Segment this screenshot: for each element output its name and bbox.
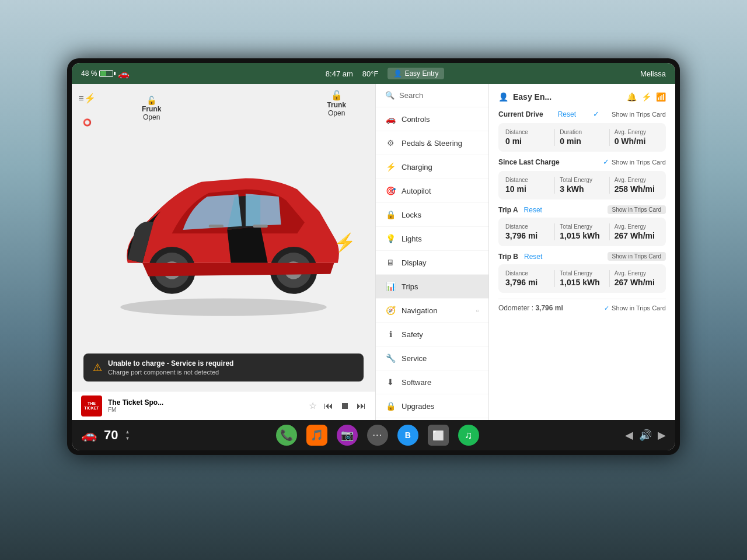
taskbar-audio-app[interactable]: 🎵 [306, 425, 327, 446]
trip-a-avg-label: Avg. Energy [615, 223, 659, 230]
next-track-icon[interactable]: ⏭ [357, 401, 366, 411]
main-content: ≡⚡ ⭕ 🔓 Frunk Open 🔓 Trunk [72, 84, 675, 420]
lights-icon: 💡 [385, 234, 396, 243]
trip-b-avg-value: 267 Wh/mi [615, 278, 659, 287]
easy-entry-button[interactable]: 👤 Easy Entry [388, 68, 444, 79]
trip-a-avg-energy: Avg. Energy 267 Wh/mi [615, 223, 659, 240]
menu-item-safety[interactable]: ℹ Safety [376, 323, 488, 346]
last-charge-stats: Distance 10 mi Total Energy 3 kWh Avg. E… [505, 177, 659, 194]
taskbar-bluetooth-app[interactable]: B [397, 425, 418, 446]
menu-item-charging[interactable]: ⚡ Charging [376, 155, 488, 179]
trip-b-reset[interactable]: Reset [522, 253, 544, 261]
header-icons: 🔔 ⚡ 📶 [627, 92, 666, 102]
menu-item-trips[interactable]: 📊 Trips [376, 275, 488, 299]
autopilot-label: Autopilot [402, 187, 431, 195]
trip-b-show-trips[interactable]: Show in Trips Card [608, 252, 666, 261]
menu-item-software[interactable]: ⬇ Software [376, 370, 488, 394]
menu-item-upgrades[interactable]: 🔒 Upgrades [376, 394, 488, 418]
divider2 [609, 129, 610, 146]
trips-icon: 📊 [385, 282, 396, 291]
speed-up-arrow[interactable]: ▲ [125, 429, 130, 435]
taskbar-car-icon[interactable]: 🚗 [81, 428, 97, 443]
trunk-label: Trunk [327, 101, 346, 109]
service-icon: 🔧 [385, 354, 396, 363]
last-charge-distance-value: 10 mi [505, 184, 550, 194]
music-info: The Ticket Spo... FM [108, 398, 303, 413]
locks-icon: 🔒 [385, 210, 396, 219]
volume-icon[interactable]: 🔊 [639, 429, 652, 442]
trip-b-label: Trip B [498, 253, 518, 261]
temperature: 80°F [362, 69, 379, 78]
taskbar-phone-app[interactable]: 📞 [276, 425, 297, 446]
taskbar-spotify-app[interactable]: ♫ [458, 425, 479, 446]
music-bar: THETICKET The Ticket Spo... FM ☆ ⏮ ⏹ ⏭ [72, 391, 375, 420]
odometer-check: ✓ [604, 304, 609, 312]
current-duration-label: Duration [560, 129, 604, 135]
trip-a-show-trips[interactable]: Show in Trips Card [608, 205, 666, 214]
trip-b-distance-label: Distance [505, 270, 550, 276]
menu-item-locks[interactable]: 🔒 Locks [376, 203, 488, 227]
current-duration: Duration 0 min [560, 129, 604, 146]
trip-b-distance-value: 3,796 mi [505, 278, 550, 287]
prev-track-icon[interactable]: ⏮ [324, 401, 333, 411]
svg-rect-9 [253, 225, 268, 228]
last-charge-energy-value: 3 kWh [560, 184, 604, 194]
menu-item-controls[interactable]: 🚗 Controls [376, 107, 488, 131]
divider8 [609, 270, 610, 287]
divider1 [554, 129, 555, 146]
screen: 48 % 🚗 8:47 am 80°F 👤 Easy Entry [72, 63, 675, 450]
last-charge-check: ✓ [603, 158, 609, 166]
trip-b-total-energy: Total Energy 1,015 kWh [560, 270, 604, 287]
trunk-icon: 🔓 [327, 90, 346, 101]
last-charge-show-trips: Show in Trips Card [612, 159, 666, 166]
trip-b-card: Distance 3,796 mi Total Energy 1,015 kWh… [498, 264, 666, 293]
last-charge-avg-energy: Avg. Energy 258 Wh/mi [615, 177, 659, 194]
favorite-icon[interactable]: ☆ [309, 400, 317, 411]
menu-item-display[interactable]: 🖥 Display [376, 251, 488, 275]
last-charge-title: Since Last Charge [498, 158, 560, 166]
taskbar-right-arrow[interactable]: ▶ [658, 429, 666, 442]
trip-b-stats: Distance 3,796 mi Total Energy 1,015 kWh… [505, 270, 659, 287]
taskbar-camera-app[interactable]: 📷 [337, 425, 358, 446]
warning-banner: ⚠ Unable to charge - Service is required… [83, 354, 364, 382]
menu-item-service[interactable]: 🔧 Service [376, 346, 488, 370]
trip-a-reset[interactable]: Reset [522, 206, 544, 214]
current-drive-title: Current Drive [498, 110, 543, 118]
current-avg-energy: Avg. Energy 0 Wh/mi [615, 129, 659, 146]
status-bar: 48 % 🚗 8:47 am 80°F 👤 Easy Entry [72, 63, 675, 84]
menu-item-autopilot[interactable]: 🎯 Autopilot [376, 179, 488, 203]
trip-b-avg-label: Avg. Energy [615, 270, 659, 276]
trip-a-energy-label: Total Energy [560, 223, 604, 230]
trip-a-energy-value: 1,015 kWh [560, 231, 604, 240]
music-controls[interactable]: ☆ ⏮ ⏹ ⏭ [309, 400, 366, 411]
menu-item-navigation[interactable]: 🧭 Navigation ○ [376, 299, 488, 323]
upgrades-icon: 🔒 [385, 401, 396, 411]
taskbar-more-app[interactable]: ··· [367, 425, 388, 446]
odometer-value: 3,796 mi [535, 304, 563, 312]
bell-icon[interactable]: 🔔 [627, 92, 637, 102]
bluetooth-header-icon[interactable]: ⚡ [641, 92, 651, 102]
current-distance: Distance 0 mi [505, 129, 550, 146]
speed-down-arrow[interactable]: ▼ [125, 436, 130, 441]
taskbar-left: 🚗 70 ▲ ▼ [81, 428, 130, 443]
stop-icon[interactable]: ⏹ [340, 401, 350, 411]
search-icon: 🔍 [385, 91, 395, 100]
music-type: FM [108, 407, 303, 413]
current-distance-value: 0 mi [505, 136, 550, 146]
trip-b-energy-label: Total Energy [560, 270, 604, 276]
warning-subtitle: Charge port component is not detected [108, 369, 233, 376]
signal-icon[interactable]: 📶 [656, 92, 666, 102]
current-drive-reset[interactable]: Reset [556, 110, 578, 118]
current-drive-header: Current Drive Reset ✓ Show in Trips Card [498, 110, 666, 118]
search-row[interactable]: 🔍 Search [376, 84, 488, 107]
divider3 [554, 177, 555, 194]
last-charge-card: Distance 10 mi Total Energy 3 kWh Avg. E… [498, 171, 666, 200]
car-status-icon: 🚗 [118, 68, 130, 79]
menu-item-pedals[interactable]: ⚙ Pedals & Steering [376, 131, 488, 155]
menu-item-lights[interactable]: 💡 Lights [376, 227, 488, 251]
trip-a-distance-value: 3,796 mi [505, 231, 550, 240]
taskbar-screen-app[interactable]: ⬜ [428, 425, 449, 446]
taskbar-left-arrow[interactable]: ◀ [625, 429, 633, 442]
navigation-icon: 🧭 [385, 306, 396, 315]
current-drive-card: Distance 0 mi Duration 0 min Avg. Energy [498, 123, 666, 152]
